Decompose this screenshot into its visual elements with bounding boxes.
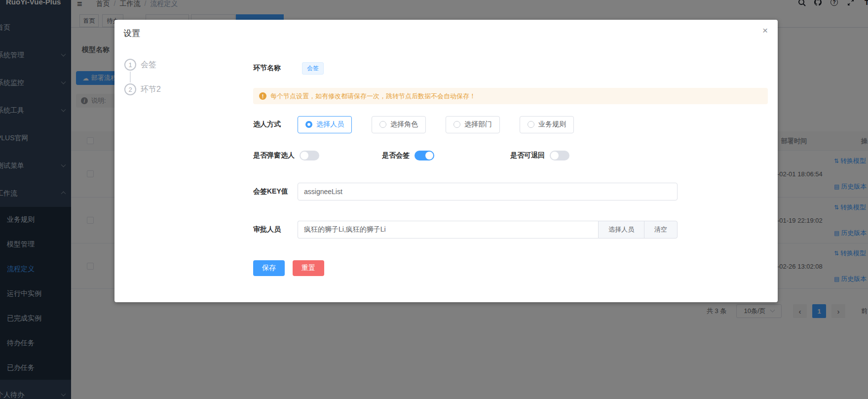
radio-icon (528, 121, 534, 128)
popup-select-group: 是否弹窗选人 (253, 151, 319, 160)
choose-user-button[interactable]: 选择人员 (599, 221, 644, 238)
step-1-label[interactable]: 会签 (141, 60, 156, 70)
approver-append: 选择人员 清空 (598, 221, 678, 239)
popup-select-label: 是否弹窗选人 (253, 151, 295, 160)
multi-sign-toggle[interactable] (415, 151, 434, 160)
radio-icon (379, 121, 386, 128)
assignee-mode-label: 选人方式 (253, 120, 298, 129)
multi-sign-label: 是否会签 (382, 151, 410, 160)
radio-icon (453, 121, 460, 128)
form-buttons-row: 保存 重置 (253, 260, 768, 276)
returnable-group: 是否可退回 (510, 151, 569, 160)
radio-choose-user[interactable]: 选择人员 (298, 116, 352, 133)
assignee-mode-row: 选人方式 选择人员 选择角色 选择部门 业务规则 (253, 116, 768, 133)
settings-dialog: 设置 × 1 会签 2 环节2 环节名称 会签 ! 每个节点设置，如有修改都请保… (114, 20, 778, 302)
warning-text: 每个节点设置，如有修改都请保存一次，跳转节点后数据不会自动保存！ (270, 92, 476, 101)
step-connector (130, 72, 131, 82)
step-2-label[interactable]: 环节2 (141, 84, 161, 95)
reset-button[interactable]: 重置 (293, 260, 324, 276)
sign-key-input[interactable] (298, 183, 678, 200)
sign-key-row: 会签KEY值 (253, 183, 768, 200)
close-icon[interactable]: × (762, 26, 768, 35)
warning-alert: ! 每个节点设置，如有修改都请保存一次，跳转节点后数据不会自动保存！ (253, 88, 768, 104)
warning-icon: ! (259, 92, 266, 100)
step-2-circle[interactable]: 2 (124, 83, 136, 95)
multi-sign-group: 是否会签 (382, 151, 434, 160)
radio-icon (305, 121, 312, 128)
returnable-label: 是否可退回 (510, 151, 545, 160)
radio-choose-role[interactable]: 选择角色 (372, 116, 426, 133)
approver-input[interactable] (298, 221, 598, 239)
step-1-circle[interactable]: 1 (124, 59, 136, 71)
switches-row: 是否弹窗选人 是否会签 是否可退回 (253, 151, 768, 160)
sign-key-label: 会签KEY值 (253, 187, 298, 196)
returnable-toggle[interactable] (550, 151, 569, 160)
node-name-row: 环节名称 会签 (253, 60, 768, 76)
save-button[interactable]: 保存 (253, 260, 285, 276)
dialog-title: 设置 (123, 28, 140, 39)
approver-label: 审批人员 (253, 225, 298, 234)
popup-select-toggle[interactable] (300, 151, 319, 160)
radio-business-rule[interactable]: 业务规则 (520, 116, 574, 133)
radio-choose-dept[interactable]: 选择部门 (446, 116, 500, 133)
approver-row: 审批人员 选择人员 清空 (253, 221, 768, 239)
node-name-tag[interactable]: 会签 (302, 62, 324, 75)
node-name-label: 环节名称 (253, 64, 298, 73)
clear-button[interactable]: 清空 (644, 221, 677, 238)
